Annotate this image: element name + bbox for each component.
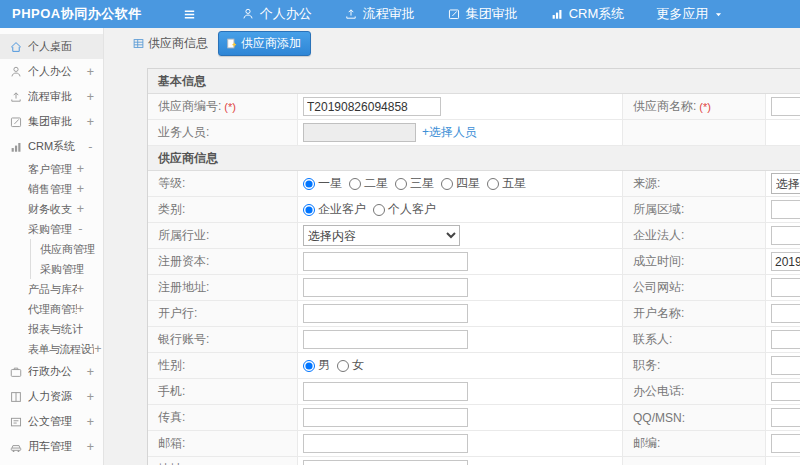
sidebar-item-personal-office[interactable]: 个人办公+	[0, 59, 103, 84]
sidebar-item-sales-mgmt[interactable]: 销售管理+	[0, 179, 103, 199]
expand-toggle-icon[interactable]: +	[87, 365, 94, 379]
expand-toggle-icon[interactable]: -	[87, 140, 94, 154]
supplier-code-input[interactable]	[303, 97, 441, 116]
expand-toggle-icon[interactable]: +	[94, 342, 101, 356]
industry-select[interactable]: 选择内容	[303, 225, 460, 246]
field-label-cell: 注册地址:	[148, 275, 298, 300]
supplier-name-input[interactable]	[771, 97, 800, 116]
field-label: 供应商名称:	[633, 98, 696, 115]
sidebar-item-document-mgmt[interactable]: 公文管理+	[0, 409, 103, 434]
field-label-cell: 成立时间:	[623, 249, 766, 274]
gender-radio-group-option[interactable]: 男	[303, 357, 330, 374]
expand-toggle-icon[interactable]: +	[87, 440, 94, 454]
sidebar-item-vehicle-mgmt[interactable]: 用车管理+	[0, 434, 103, 459]
sidebar-item-supplier-mgmt[interactable]: 供应商管理	[31, 239, 103, 259]
tab-supplier-info[interactable]: 供应商信息	[132, 35, 208, 52]
established-date-input[interactable]	[771, 252, 800, 271]
expand-toggle-icon[interactable]: +	[87, 65, 94, 79]
account-name-input[interactable]	[771, 304, 800, 323]
expand-toggle-icon[interactable]: +	[77, 162, 84, 176]
top-nav-menu: 个人办公流程审批集团审批CRM系统更多应用	[241, 5, 757, 23]
bank-account-input[interactable]	[303, 330, 468, 349]
zip-code-input[interactable]	[771, 434, 800, 453]
position-input[interactable]	[771, 356, 800, 375]
sidebar-item-agent-mgmt[interactable]: 代理商管理+	[0, 299, 103, 319]
business-staff-input[interactable]	[303, 123, 416, 142]
nav-item-label: 流程审批	[363, 5, 415, 23]
nav-item-crm-system[interactable]: CRM系统	[550, 5, 625, 23]
sidebar-subitem-label: 销售管理	[28, 182, 72, 197]
gender-radio-group-option[interactable]: 女	[337, 357, 364, 374]
level-radio-group-option[interactable]: 三星	[395, 175, 434, 192]
radio-option-label: 女	[352, 357, 364, 374]
field-input-cell	[766, 405, 800, 430]
level-radio-group-option[interactable]: 一星	[303, 175, 342, 192]
level-radio-group-radio[interactable]	[441, 178, 453, 190]
nav-item-personal-office[interactable]: 个人办公	[241, 5, 312, 23]
sidebar-item-archive-mgmt[interactable]: 档案管理+	[0, 459, 103, 465]
expand-toggle-icon[interactable]: +	[87, 390, 94, 404]
menu-toggle-icon[interactable]	[182, 7, 197, 22]
sidebar-item-group-approval[interactable]: 集团审批+	[0, 109, 103, 134]
field-label-cell: 公司网站:	[623, 275, 766, 300]
contact-person-input[interactable]	[771, 330, 800, 349]
field-label: 所属行业:	[158, 227, 209, 244]
qq-msn-input[interactable]	[771, 408, 800, 427]
form-row: 开户行:开户名称:	[148, 301, 800, 327]
expand-toggle-icon[interactable]: +	[77, 202, 84, 216]
select-staff-link[interactable]: +选择人员	[422, 124, 477, 141]
email-input[interactable]	[303, 434, 468, 453]
nav-item-workflow-approval[interactable]: 流程审批	[344, 5, 415, 23]
sidebar-item-purchase-mgmt[interactable]: 采购管理-	[0, 219, 103, 239]
nav-item-group-approval[interactable]: 集团审批	[447, 5, 518, 23]
sidebar-subitem-label: 采购管理	[28, 222, 72, 237]
category-radio-group-option[interactable]: 个人客户	[373, 201, 436, 218]
gender-radio-group-radio[interactable]	[337, 360, 349, 372]
expand-toggle-icon[interactable]: +	[77, 182, 84, 196]
expand-toggle-icon[interactable]: +	[77, 302, 84, 316]
sidebar-item-customer-mgmt[interactable]: 客户管理+	[0, 159, 103, 179]
field-label-cell: 性别:	[148, 353, 298, 378]
sidebar-item-human-resources[interactable]: 人力资源+	[0, 384, 103, 409]
field-input-cell	[298, 327, 623, 352]
tab-supplier-add[interactable]: 供应商添加	[218, 31, 311, 56]
bank-name-input[interactable]	[303, 304, 468, 323]
expand-toggle-icon[interactable]: +	[77, 282, 84, 296]
level-radio-group-radio[interactable]	[303, 178, 315, 190]
sidebar-item-crm-system[interactable]: CRM系统-	[0, 134, 103, 159]
sidebar-item-procurement-mgmt[interactable]: 采购管理	[31, 259, 103, 279]
sidebar-item-form-workflow-settings[interactable]: 表单与流程设置+	[0, 339, 103, 359]
level-radio-group-radio[interactable]	[487, 178, 499, 190]
field-label: 所属区域:	[633, 201, 684, 218]
sidebar-item-admin-office[interactable]: 行政办公+	[0, 359, 103, 384]
level-radio-group-radio[interactable]	[395, 178, 407, 190]
level-radio-group-option[interactable]: 五星	[487, 175, 526, 192]
level-radio-group-option[interactable]: 二星	[349, 175, 388, 192]
sidebar-item-workflow-approval[interactable]: 流程审批+	[0, 84, 103, 109]
nav-item-more-apps[interactable]: 更多应用	[656, 5, 724, 23]
level-radio-group-option[interactable]: 四星	[441, 175, 480, 192]
source-select[interactable]: 选择内容	[771, 173, 800, 194]
region-input[interactable]	[771, 200, 800, 219]
expand-toggle-icon[interactable]: +	[87, 115, 94, 129]
address-input[interactable]	[303, 460, 468, 465]
legal-person-input[interactable]	[771, 226, 800, 245]
expand-toggle-icon[interactable]: +	[87, 90, 94, 104]
level-radio-group-radio[interactable]	[349, 178, 361, 190]
sidebar-item-personal-desktop[interactable]: 个人桌面	[0, 34, 103, 59]
office-phone-input[interactable]	[771, 382, 800, 401]
expand-toggle-icon[interactable]: -	[77, 222, 84, 236]
registered-capital-input[interactable]	[303, 252, 468, 271]
sidebar-item-report-stats[interactable]: 报表与统计	[0, 319, 103, 339]
registered-address-input[interactable]	[303, 278, 468, 297]
mobile-input[interactable]	[303, 382, 468, 401]
sidebar-item-finance-mgmt[interactable]: 财务收支+	[0, 199, 103, 219]
expand-toggle-icon[interactable]: +	[87, 415, 94, 429]
company-website-input[interactable]	[771, 278, 800, 297]
category-radio-group-radio[interactable]	[373, 204, 385, 216]
category-radio-group-option[interactable]: 企业客户	[303, 201, 366, 218]
sidebar-item-product-inventory[interactable]: 产品与库存+	[0, 279, 103, 299]
category-radio-group-radio[interactable]	[303, 204, 315, 216]
gender-radio-group-radio[interactable]	[303, 360, 315, 372]
fax-input[interactable]	[303, 408, 468, 427]
